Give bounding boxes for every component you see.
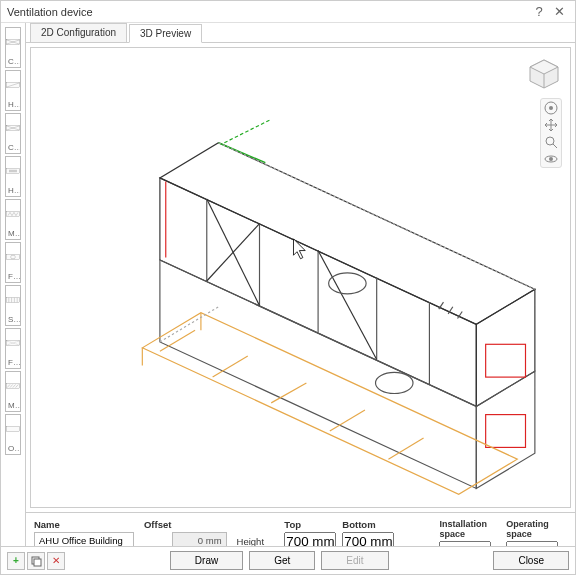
close-button[interactable]: Close xyxy=(493,551,569,570)
multiple-leaf-damper-icon xyxy=(6,372,20,400)
svg-rect-28 xyxy=(6,427,20,431)
operating-space-header: Operating space xyxy=(506,519,567,539)
other-icon xyxy=(6,415,20,443)
svg-marker-38 xyxy=(160,143,535,325)
titlebar: Ventilation device ? ✕ xyxy=(1,1,575,23)
svg-point-54 xyxy=(375,372,412,393)
get-button[interactable]: Get xyxy=(249,551,315,570)
orbit-icon[interactable] xyxy=(544,152,558,166)
top-header: Top xyxy=(284,519,336,530)
properties-panel: Name Short text . Offset left right Stru… xyxy=(26,512,575,546)
height-top-input[interactable] xyxy=(284,532,336,546)
svg-rect-15 xyxy=(6,298,20,302)
palette-mist-eliminator[interactable]: Mist eliminator xyxy=(5,199,21,240)
preview-viewport[interactable] xyxy=(30,47,571,508)
svg-line-68 xyxy=(330,410,365,431)
edit-button: Edit xyxy=(321,551,388,570)
svg-line-67 xyxy=(271,383,306,403)
delete-icon[interactable]: ✕ xyxy=(47,552,65,570)
palette-cooler[interactable]: Cooler xyxy=(5,113,21,154)
svg-line-70 xyxy=(218,143,534,289)
height-label: Height xyxy=(237,536,279,546)
palette-sound-absorber[interactable]: Sound absorber xyxy=(5,285,21,326)
palette-heater[interactable]: Heater xyxy=(5,70,21,111)
tab-2d-configuration[interactable]: 2D Configuration xyxy=(30,23,127,42)
svg-rect-44 xyxy=(486,415,526,448)
window-title: Ventilation device xyxy=(7,6,529,18)
circulation-heat-recovery-icon xyxy=(6,28,20,56)
ahu-3d-model xyxy=(31,48,570,507)
add-icon[interactable]: + xyxy=(7,552,25,570)
mist-eliminator-icon xyxy=(6,200,20,228)
steering-wheel-icon[interactable] xyxy=(544,101,558,115)
palette-multiple-leaf-damper[interactable]: Multiple leaf damper ch. xyxy=(5,371,21,412)
component-palette: Circulation heat recovery Heater Cooler … xyxy=(1,23,26,546)
dialog-footer: + ✕ Draw Get Edit Close xyxy=(1,546,575,574)
svg-rect-43 xyxy=(486,344,526,377)
humidifier-icon xyxy=(6,157,20,185)
pan-icon[interactable] xyxy=(544,118,558,132)
sound-absorber-icon xyxy=(6,286,20,314)
tab-bar: 2D Configuration 3D Preview xyxy=(26,23,575,43)
draw-button[interactable]: Draw xyxy=(170,551,243,570)
svg-line-71 xyxy=(160,307,219,342)
cooler-icon xyxy=(6,114,20,142)
navigation-bar[interactable] xyxy=(540,98,562,168)
heater-icon xyxy=(6,71,20,99)
svg-rect-23 xyxy=(6,384,20,388)
palette-other[interactable]: Other xyxy=(5,414,21,455)
name-input[interactable] xyxy=(34,532,134,546)
svg-rect-73 xyxy=(34,559,41,566)
svg-line-35 xyxy=(553,144,557,148)
svg-line-56 xyxy=(224,119,271,142)
svg-point-33 xyxy=(549,106,553,110)
palette-filter[interactable]: Filter xyxy=(5,328,21,369)
palette-humidifier[interactable]: Humidifier xyxy=(5,156,21,197)
offset-label: Offset xyxy=(144,519,227,530)
offset-input xyxy=(172,532,227,546)
svg-line-55 xyxy=(218,143,265,163)
svg-point-34 xyxy=(546,137,554,145)
installation-space-header: Installation space xyxy=(439,519,500,539)
fan-chamber-icon xyxy=(6,243,20,271)
svg-line-65 xyxy=(160,330,195,351)
palette-circulation-heat-recovery[interactable]: Circulation heat recovery xyxy=(5,27,21,68)
help-button[interactable]: ? xyxy=(529,4,549,19)
svg-point-37 xyxy=(549,157,553,161)
svg-line-52 xyxy=(318,251,377,360)
tab-3d-preview[interactable]: 3D Preview xyxy=(129,24,202,43)
bottom-header: Bottom xyxy=(342,519,394,530)
svg-marker-61 xyxy=(142,313,517,495)
zoom-icon[interactable] xyxy=(544,135,558,149)
height-bottom-input[interactable] xyxy=(342,532,394,546)
viewcube[interactable] xyxy=(526,56,562,92)
copy-icon[interactable] xyxy=(27,552,45,570)
filter-icon xyxy=(6,329,20,357)
name-label: Name xyxy=(34,519,134,530)
svg-line-51 xyxy=(207,224,260,281)
palette-fan-chamber[interactable]: Fan chamber xyxy=(5,242,21,283)
svg-point-53 xyxy=(329,273,366,294)
close-window-button[interactable]: ✕ xyxy=(549,4,569,19)
